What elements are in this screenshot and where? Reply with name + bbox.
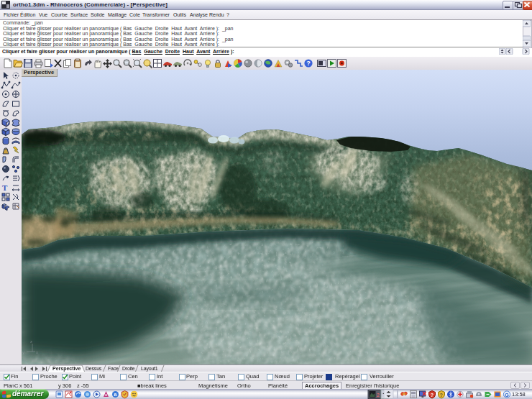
svg-text:?: ? [306,60,311,67]
svg-text:a: a [114,392,117,397]
svg-text:G: G [505,392,509,398]
svg-text:T: T [2,183,8,192]
svg-text:z: z [30,339,32,344]
svg-text:?: ? [440,393,443,398]
svg-text:2: 2 [377,393,380,398]
svg-text:y: y [22,350,24,354]
svg-text:?: ? [431,393,434,398]
svg-text:x: x [36,350,38,354]
